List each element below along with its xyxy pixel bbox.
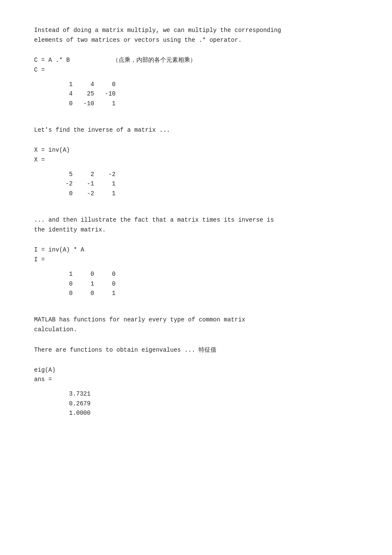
c-code1: C = A .* B bbox=[34, 55, 70, 65]
inverse-intro-line1: Let's find the inverse of a matrix ... bbox=[34, 127, 170, 133]
intro-line2: elements of two matrices or vectors usin… bbox=[34, 37, 242, 43]
spacer3 bbox=[34, 308, 358, 315]
i-code2: I = bbox=[34, 255, 358, 264]
eigen-intro-text: There are functions to obtain eigenvalue… bbox=[34, 345, 358, 355]
section-eig: eig(A) ans = 3.7321 0.2679 1.0000 bbox=[34, 365, 358, 418]
spacer bbox=[34, 264, 358, 268]
x-code1: X = inv(A) bbox=[34, 145, 358, 155]
c-matrix-row2: 4 25 -10 bbox=[51, 89, 358, 98]
eig-matrix-row1: 3.7321 bbox=[51, 389, 358, 399]
matlab-text: MATLAB has functions for nearly every ty… bbox=[34, 315, 358, 335]
section-x: X = inv(A) X = 5 2 -2 -2 -1 1 0 -2 1 bbox=[34, 145, 358, 198]
x-matrix-row3: 0 -2 1 bbox=[51, 189, 358, 198]
intro-line1: Instead of doing a matrix multiply, we c… bbox=[34, 27, 281, 34]
c-matrix-row3: 0 -10 1 bbox=[51, 99, 358, 108]
identity-intro-line1: ... and then illustrate the fact that a … bbox=[34, 217, 274, 223]
intro-text: Instead of doing a matrix multiply, we c… bbox=[34, 26, 358, 45]
x-matrix: 5 2 -2 -2 -1 1 0 -2 1 bbox=[51, 170, 358, 198]
section-c: C = A .* B （点乘，内部的各个元素相乘） C = 1 4 0 4 25… bbox=[34, 55, 358, 108]
c-code-line1-row: C = A .* B （点乘，内部的各个元素相乘） bbox=[34, 55, 358, 65]
eig-matrix: 3.7321 0.2679 1.0000 bbox=[51, 389, 358, 418]
i-matrix-row1: 1 0 0 bbox=[51, 269, 358, 279]
eig-matrix-row2: 0.2679 bbox=[51, 399, 358, 408]
identity-intro-text: ... and then illustrate the fact that a … bbox=[34, 215, 358, 235]
section-inverse-intro: Let's find the inverse of a matrix ... bbox=[34, 125, 358, 135]
identity-intro-line2: the identity matrix. bbox=[34, 226, 106, 233]
eigen-intro-line1: There are functions to obtain eigenvalue… bbox=[34, 347, 216, 353]
matlab-line1: MATLAB has functions for nearly every ty… bbox=[34, 316, 245, 323]
section-eigen-intro: There are functions to obtain eigenvalue… bbox=[34, 345, 358, 355]
spacer1 bbox=[34, 119, 358, 125]
inverse-intro-text: Let's find the inverse of a matrix ... bbox=[34, 125, 358, 135]
eig-matrix-row3: 1.0000 bbox=[51, 408, 358, 418]
spacer bbox=[34, 165, 358, 168]
x-matrix-row1: 5 2 -2 bbox=[51, 170, 358, 179]
section-identity-intro: ... and then illustrate the fact that a … bbox=[34, 215, 358, 235]
x-matrix-row2: -2 -1 1 bbox=[51, 179, 358, 188]
section-matlab: MATLAB has functions for nearly every ty… bbox=[34, 315, 358, 335]
intro-section: Instead of doing a matrix multiply, we c… bbox=[34, 26, 358, 45]
i-matrix-row3: 0 0 1 bbox=[51, 289, 358, 298]
c-comment: （点乘，内部的各个元素相乘） bbox=[112, 55, 196, 65]
c-matrix: 1 4 0 4 25 -10 0 -10 1 bbox=[51, 80, 358, 108]
i-matrix-row2: 0 1 0 bbox=[51, 279, 358, 289]
eig-code1: eig(A) bbox=[34, 365, 358, 375]
i-matrix: 1 0 0 0 1 0 0 0 1 bbox=[51, 269, 358, 298]
matlab-line2: calculation. bbox=[34, 326, 77, 333]
c-matrix-row1: 1 4 0 bbox=[51, 80, 358, 89]
section-i: I = inv(A) * A I = 1 0 0 0 1 0 0 0 1 bbox=[34, 245, 358, 298]
c-code2: C = bbox=[34, 65, 358, 75]
eig-code2: ans = bbox=[34, 375, 358, 384]
spacer2 bbox=[34, 208, 358, 215]
spacer bbox=[34, 384, 358, 387]
i-code1: I = inv(A) * A bbox=[34, 245, 358, 254]
spacer bbox=[34, 75, 358, 78]
x-code2: X = bbox=[34, 155, 358, 165]
